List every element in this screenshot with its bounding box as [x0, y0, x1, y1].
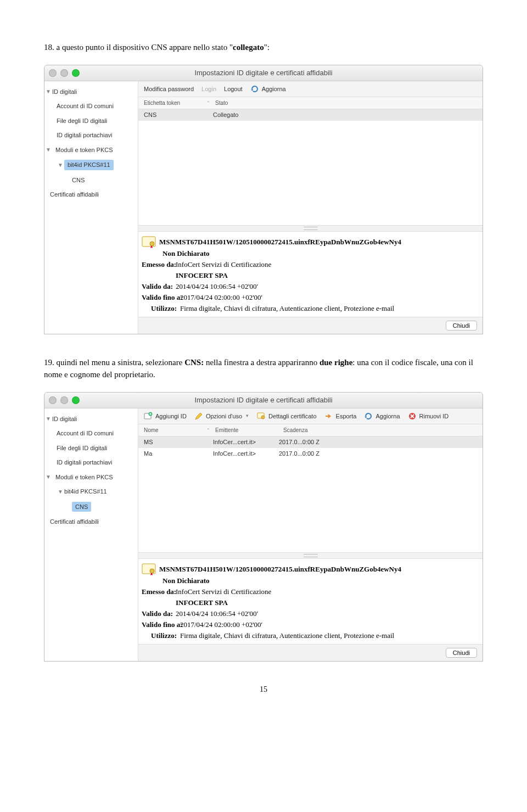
sidebar-item-cns[interactable]: CNS	[44, 173, 138, 188]
esporta-button[interactable]: Esporta	[324, 412, 357, 421]
sidebar-item-moduli[interactable]: ▼ Moduli e token PKCS	[44, 143, 138, 158]
sidebar-item-file[interactable]: File degli ID digitali	[44, 114, 138, 128]
sort-caret-icon[interactable]: ⌃	[206, 100, 210, 107]
sidebar: ▼ ID digitali Account di ID comuni File …	[44, 81, 138, 334]
col-stato[interactable]: Stato	[215, 99, 477, 107]
main-panel: Modifica password Login Logout Aggiorna …	[138, 81, 483, 334]
sidebar-item-cns[interactable]: CNS	[44, 499, 138, 515]
toolbar: Modifica password Login Logout Aggiorna	[138, 81, 483, 98]
svg-point-1	[150, 242, 154, 246]
dettagli-certificato-button[interactable]: Dettagli certificato	[257, 412, 316, 421]
toolbar: Aggiungi ID Opzioni d'uso ▼ Dettagli cer…	[138, 408, 483, 425]
sidebar-item-account[interactable]: Account di ID comuni	[44, 426, 138, 441]
dialog-footer: Chiudi	[138, 644, 483, 661]
sidebar-item-account[interactable]: Account di ID comuni	[44, 99, 138, 114]
chiudi-button[interactable]: Chiudi	[446, 321, 477, 331]
sort-caret-icon[interactable]: ⌃	[206, 427, 210, 434]
dialog-footer: Chiudi	[138, 317, 483, 334]
remove-icon	[408, 412, 417, 421]
screenshot-2: Impostazioni ID digitale e certificati a…	[44, 392, 483, 662]
window-titlebar: Impostazioni ID digitale e certificati a…	[44, 65, 483, 81]
chiudi-button[interactable]: Chiudi	[446, 648, 477, 658]
chevron-down-icon: ▼	[245, 413, 249, 419]
col-etichetta-token[interactable]: Etichetta token	[144, 99, 204, 107]
sidebar-item-portachiavi[interactable]: ID digitali portachiavi	[44, 455, 138, 470]
disclosure-triangle-icon[interactable]: ▼	[44, 87, 52, 96]
add-id-icon	[144, 412, 153, 421]
p19-c: nella finestra a destra appariranno	[204, 358, 319, 367]
aggiungi-id-button[interactable]: Aggiungi ID	[144, 412, 187, 421]
refresh-icon	[364, 412, 373, 421]
sidebar-item-bit4id[interactable]: ▼ bit4id PKCS#11	[44, 157, 138, 173]
disclosure-triangle-icon[interactable]: ▼	[57, 161, 64, 169]
window-title: Impostazioni ID digitale e certificati a…	[44, 395, 483, 406]
sidebar-item-id-digitali[interactable]: ▼ ID digitali	[44, 412, 138, 427]
opzioni-uso-button[interactable]: Opzioni d'uso ▼	[194, 412, 249, 421]
svg-point-8	[150, 569, 154, 573]
login-button[interactable]: Login	[201, 85, 216, 94]
table-body: MS InfoCer...cert.it> 2017.0...0:00 Z Ma…	[138, 436, 483, 459]
col-scadenza[interactable]: Scadenza	[283, 426, 477, 434]
sidebar-item-moduli[interactable]: ▼ Moduli e token PKCS	[44, 470, 138, 485]
rimuovi-id-button[interactable]: Rimuovi ID	[408, 412, 449, 421]
p18-prefix: 18. a questo punto il dispositivo CNS ap…	[44, 43, 233, 52]
certificate-details: MSNMST67D41H501W/1205100000272415.uinxfR…	[138, 559, 483, 644]
sidebar-item-portachiavi[interactable]: ID digitali portachiavi	[44, 128, 138, 143]
window-title: Impostazioni ID digitale e certificati a…	[44, 68, 483, 79]
refresh-icon	[250, 85, 259, 93]
table-header: Nome ⌃ Emittente Scadenza	[138, 424, 483, 436]
sidebar-item-certificati-affidabili[interactable]: Certificati affidabili	[44, 187, 138, 202]
splitter-handle[interactable]	[138, 552, 483, 559]
aggiorna-button[interactable]: Aggiorna	[364, 412, 400, 421]
col-emittente[interactable]: Emittente	[215, 426, 281, 434]
page-number: 15	[44, 684, 483, 695]
svg-point-5	[261, 416, 265, 419]
certificate-details: MSNMST67D41H501W/1205100000272415.uinxfR…	[138, 232, 483, 317]
p18-bold: collegato	[233, 43, 264, 52]
sidebar: ▼ ID digitali Account di ID comuni File …	[44, 408, 138, 661]
aggiorna-button[interactable]: Aggiorna	[250, 85, 286, 94]
certificate-icon	[142, 563, 156, 575]
p19-d: due righe	[319, 358, 352, 367]
logout-button[interactable]: Logout	[224, 85, 243, 94]
screenshot-1: Impostazioni ID digitale e certificati a…	[44, 65, 483, 334]
table-header: Etichetta token ⌃ Stato	[138, 97, 483, 109]
sidebar-item-file[interactable]: File degli ID digitali	[44, 441, 138, 456]
modifica-password-button[interactable]: Modifica password	[144, 85, 194, 94]
paragraph-18: 18. a questo punto il dispositivo CNS ap…	[44, 41, 483, 54]
disclosure-triangle-icon[interactable]: ▼	[44, 145, 52, 154]
pencil-icon	[194, 412, 203, 421]
col-nome[interactable]: Nome	[144, 426, 204, 434]
sidebar-item-bit4id[interactable]: ▼ bit4id PKCS#11	[44, 484, 138, 499]
cert-non-dichiarato: Non Dichiarato	[142, 248, 479, 259]
cert-cn: MSNMST67D41H501W/1205100000272415.uinxfR…	[159, 237, 401, 248]
table-body: CNS Collegato	[138, 109, 483, 121]
certificate-detail-icon	[257, 412, 266, 421]
disclosure-triangle-icon[interactable]: ▼	[44, 473, 52, 481]
sidebar-item-id-digitali[interactable]: ▼ ID digitali	[44, 85, 138, 99]
sidebar-label: ID digitali	[52, 87, 77, 97]
p19-b: CNS:	[184, 358, 204, 367]
splitter-handle[interactable]	[138, 225, 483, 232]
table-row[interactable]: CNS Collegato	[138, 109, 483, 121]
certificate-icon	[142, 236, 156, 248]
cert-non-dichiarato: Non Dichiarato	[142, 575, 479, 586]
table-row[interactable]: MS InfoCer...cert.it> 2017.0...0:00 Z	[138, 436, 483, 448]
main-panel: Aggiungi ID Opzioni d'uso ▼ Dettagli cer…	[138, 408, 483, 661]
p19-a: 19. quindi nel menu a sinistra, selezion…	[44, 358, 184, 367]
table-row[interactable]: Ma InfoCer...cert.it> 2017.0...0:00 Z	[138, 448, 483, 460]
sidebar-item-certificati-affidabili[interactable]: Certificati affidabili	[44, 514, 138, 529]
cert-cn: MSNMST67D41H501W/1205100000272415.uinxfR…	[159, 564, 401, 575]
export-icon	[324, 412, 333, 421]
p18-suffix: ":	[264, 43, 270, 52]
disclosure-triangle-icon[interactable]: ▼	[57, 488, 64, 496]
window-titlebar: Impostazioni ID digitale e certificati a…	[44, 393, 483, 408]
disclosure-triangle-icon[interactable]: ▼	[44, 415, 52, 423]
paragraph-19: 19. quindi nel menu a sinistra, selezion…	[44, 356, 483, 381]
